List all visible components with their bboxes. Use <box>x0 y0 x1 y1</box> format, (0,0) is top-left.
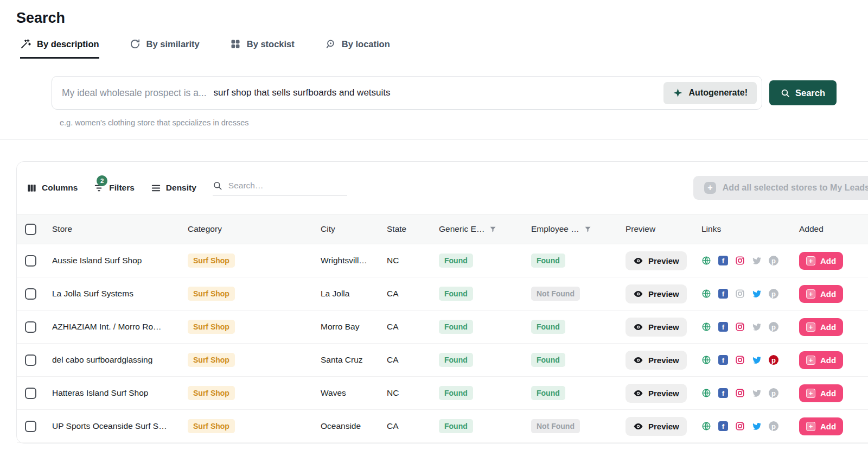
pinterest-icon[interactable]: p <box>769 256 778 265</box>
row-checkbox[interactable] <box>25 321 36 333</box>
website-icon[interactable] <box>701 322 711 332</box>
columns-icon <box>27 183 37 193</box>
table-search-input[interactable] <box>227 180 347 191</box>
add-all-button[interactable]: + Add all selected stores to My Leads <box>693 176 868 200</box>
filters-count-badge: 2 <box>97 175 107 186</box>
twitter-icon[interactable] <box>752 388 762 398</box>
prospect-input[interactable] <box>213 87 657 99</box>
add-button[interactable]: + Add <box>799 318 843 336</box>
instagram-icon[interactable] <box>735 322 745 332</box>
city-value: Waves <box>321 388 387 398</box>
eye-icon <box>633 421 643 432</box>
add-button[interactable]: + Add <box>799 384 843 402</box>
website-icon[interactable] <box>701 256 711 265</box>
table-row: UP Sports Oceanside Surf S… Surf Shop Oc… <box>17 410 868 443</box>
tab-label: By description <box>37 39 99 49</box>
row-checkbox[interactable] <box>25 421 36 432</box>
row-checkbox[interactable] <box>25 354 36 366</box>
preview-button[interactable]: Preview <box>626 351 687 370</box>
row-checkbox[interactable] <box>25 288 36 300</box>
page-title: Search <box>16 10 868 27</box>
add-button[interactable]: + Add <box>799 417 843 435</box>
filters-button[interactable]: 2 Filters <box>94 183 135 193</box>
instagram-icon[interactable] <box>735 388 745 398</box>
pinterest-icon[interactable]: p <box>769 421 778 431</box>
prospect-search-area: My ideal wholesale prospect is a... Auto… <box>52 76 852 110</box>
pinterest-icon[interactable]: p <box>769 289 778 299</box>
similarity-circle-icon <box>130 39 141 49</box>
add-label: Add <box>820 256 836 265</box>
autogenerate-label: Autogenerate! <box>689 88 748 98</box>
twitter-icon[interactable] <box>752 322 762 332</box>
preview-button[interactable]: Preview <box>626 318 687 337</box>
preview-button[interactable]: Preview <box>626 384 687 403</box>
facebook-icon[interactable]: f <box>718 256 728 265</box>
row-checkbox[interactable] <box>25 388 36 399</box>
facebook-icon[interactable]: f <box>718 289 728 299</box>
grid-icon <box>230 39 241 49</box>
preview-button[interactable]: Preview <box>626 417 687 436</box>
row-checkbox[interactable] <box>25 255 36 267</box>
search-button[interactable]: Search <box>769 80 837 105</box>
twitter-icon[interactable] <box>752 421 762 431</box>
website-icon[interactable] <box>701 355 711 365</box>
state-value: CA <box>387 355 439 365</box>
header-generic-email-label: Generic E… <box>439 224 484 234</box>
instagram-icon[interactable] <box>735 289 745 299</box>
tab-by-similarity[interactable]: By similarity <box>130 39 200 59</box>
header-added: Added <box>799 224 868 234</box>
facebook-icon[interactable]: f <box>718 322 728 332</box>
pinterest-icon[interactable]: p <box>769 355 778 365</box>
status-badge: Found <box>531 386 565 400</box>
website-icon[interactable] <box>701 421 711 431</box>
table-header-row: Store Category City State Generic E… Emp… <box>17 214 868 244</box>
tab-label: By similarity <box>146 39 200 49</box>
table-row: Hatteras Island Surf Shop Surf Shop Wave… <box>17 377 868 410</box>
twitter-icon[interactable] <box>752 289 762 299</box>
prospect-placeholder: My ideal wholesale prospect is a... <box>62 87 207 99</box>
table-search <box>213 180 347 195</box>
instagram-icon[interactable] <box>735 421 745 431</box>
density-button[interactable]: Density <box>151 183 196 193</box>
status-badge: Found <box>531 254 565 268</box>
facebook-icon[interactable]: f <box>718 421 728 431</box>
header-state: State <box>387 224 439 234</box>
select-all-checkbox[interactable] <box>25 224 36 235</box>
wand-icon <box>20 39 31 49</box>
store-name: UP Sports Oceanside Surf S… <box>52 421 188 431</box>
twitter-icon[interactable] <box>752 256 762 265</box>
plus-icon: + <box>806 389 815 398</box>
instagram-icon[interactable] <box>735 256 745 265</box>
add-button[interactable]: + Add <box>799 351 843 369</box>
columns-button[interactable]: Columns <box>27 183 78 193</box>
status-badge: Not Found <box>531 419 580 433</box>
facebook-icon[interactable]: f <box>718 355 728 365</box>
links-cell: fp <box>701 256 799 265</box>
website-icon[interactable] <box>701 388 711 398</box>
tab-by-stockist[interactable]: By stockist <box>230 39 295 59</box>
header-links: Links <box>701 224 799 234</box>
pinterest-icon[interactable]: p <box>769 388 778 398</box>
status-badge: Found <box>439 254 473 268</box>
category-badge: Surf Shop <box>188 287 235 301</box>
website-icon[interactable] <box>701 289 711 299</box>
instagram-icon[interactable] <box>735 355 745 365</box>
links-cell: fp <box>701 388 799 398</box>
twitter-icon[interactable] <box>752 355 762 365</box>
prospect-field[interactable]: My ideal wholesale prospect is a... Auto… <box>52 76 762 110</box>
autogenerate-button[interactable]: Autogenerate! <box>663 82 757 104</box>
tab-by-description[interactable]: By description <box>20 39 99 59</box>
employee-filter-icon[interactable] <box>584 225 592 233</box>
preview-button[interactable]: Preview <box>626 251 687 270</box>
table-row: La Jolla Surf Systems Surf Shop La Jolla… <box>17 277 868 311</box>
preview-button[interactable]: Preview <box>626 284 687 303</box>
add-button[interactable]: + Add <box>799 252 843 270</box>
facebook-icon[interactable]: f <box>718 388 728 398</box>
tab-label: By location <box>342 39 390 49</box>
pinterest-icon[interactable]: p <box>769 322 778 332</box>
generic-email-filter-icon[interactable] <box>489 225 497 233</box>
add-button[interactable]: + Add <box>799 285 843 303</box>
columns-label: Columns <box>42 183 78 193</box>
tab-by-location[interactable]: By location <box>325 39 390 59</box>
search-button-label: Search <box>795 88 825 98</box>
